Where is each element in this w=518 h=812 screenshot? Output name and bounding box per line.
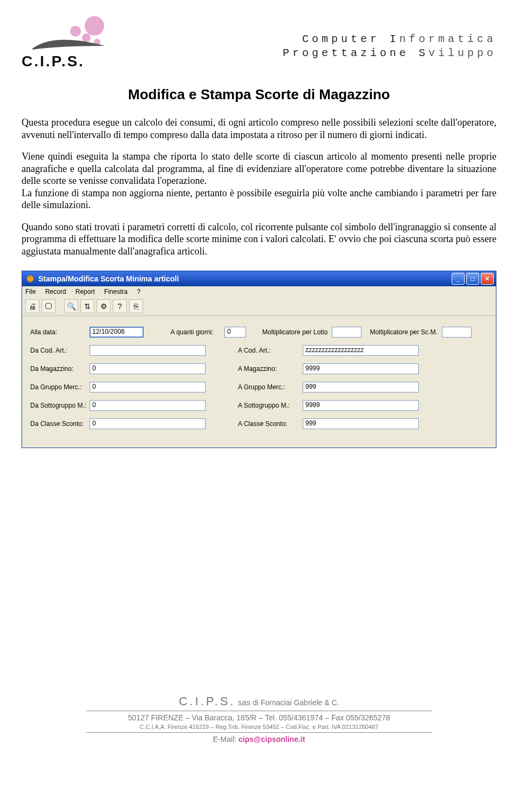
menu-finestra[interactable]: Finestra: [104, 288, 127, 295]
input-molt-lotto[interactable]: [332, 327, 362, 338]
maximize-button[interactable]: □: [466, 273, 479, 285]
input-alla-data[interactable]: 12/10/2006: [90, 327, 144, 338]
window-app-icon: [25, 274, 35, 284]
help-button[interactable]: ?: [113, 299, 127, 313]
footer-address: 50127 FIRENZE – Via Baracca, 185/R – Tel…: [0, 713, 518, 722]
svg-point-1: [70, 26, 81, 37]
menu-help[interactable]: ?: [137, 288, 141, 295]
label-a-cod-art: A Cod. Art.:: [238, 347, 303, 354]
sort-button[interactable]: ⇅: [80, 299, 94, 313]
tagline-word: I: [390, 33, 399, 45]
input-a-sottogruppo[interactable]: 9999: [303, 400, 419, 411]
gear-button[interactable]: ⚙: [97, 299, 111, 313]
svg-point-2: [82, 33, 91, 42]
close-button[interactable]: ×: [481, 273, 494, 285]
input-a-cod-art[interactable]: zzzzzzzzzzzzzzzzzz: [303, 345, 419, 356]
page-header: C.I.P.S. Computer Informatica Progettazi…: [22, 16, 496, 70]
input-a-gruppo[interactable]: 999: [303, 382, 419, 393]
paragraph: Questa procedura esegue un calcolo dei c…: [22, 116, 496, 141]
paragraph: Viene quindi eseguita la stampa che ripo…: [22, 150, 496, 187]
form-area: Alla data: 12/10/2006 A quanti giorni: 0…: [22, 316, 496, 448]
label-molt-scm: Moltiplicatore per Sc.M.: [370, 328, 437, 336]
print-button[interactable]: 🖨: [25, 299, 39, 313]
svg-point-0: [85, 16, 104, 36]
binoculars-icon: 🔍: [67, 302, 76, 311]
tagline-word: S: [419, 47, 428, 59]
company-logo: C.I.P.S.: [22, 16, 119, 70]
exit-button[interactable]: ⎘: [129, 299, 143, 313]
footer-divider: [86, 711, 432, 711]
close-icon: ×: [485, 276, 489, 282]
footer-email-label: E-Mail:: [213, 735, 238, 744]
footer-legal: C.C.I.A.A. Firenze 416229 – Reg.Trib. Fi…: [0, 723, 518, 731]
label-alla-data: Alla data:: [30, 328, 90, 336]
screen-icon: 🖵: [45, 302, 52, 311]
input-molt-scm[interactable]: [442, 327, 472, 338]
sort-icon: ⇅: [84, 302, 91, 311]
company-tagline: Computer Informatica Progettazione Svilu…: [283, 32, 496, 60]
label-da-classe: Da Classe Sconto:: [30, 420, 90, 428]
page-title: Modifica e Stampa Scorte di Magazzino: [22, 86, 496, 103]
menu-record[interactable]: Record: [45, 288, 66, 295]
label-da-sottogruppo: Da Sottogruppo M.:: [30, 402, 90, 409]
tagline-word: Computer: [302, 33, 390, 45]
input-a-quanti-giorni[interactable]: 0: [224, 327, 246, 338]
input-da-gruppo[interactable]: 0: [90, 382, 206, 393]
tagline-word: nformatica: [399, 33, 496, 45]
footer-company: C.I.P.S.: [179, 694, 236, 708]
footer-email[interactable]: cips@cipsonline.it: [238, 735, 305, 744]
label-a-magazzino: A Magazzino:: [238, 365, 303, 373]
input-a-classe[interactable]: 999: [303, 418, 419, 429]
input-da-magazzino[interactable]: 0: [90, 363, 206, 374]
footer-owner: di Fornaciai Gabriele & C.: [253, 698, 339, 707]
find-button[interactable]: 🔍: [64, 299, 78, 313]
footer-sas: sas: [235, 698, 253, 707]
tagline-word: Progettazione: [283, 47, 419, 59]
menu-report[interactable]: Report: [76, 288, 95, 295]
gear-icon: ⚙: [100, 302, 107, 311]
paragraph: La funzione di stampa non aggiorna nient…: [22, 187, 496, 211]
print-icon: 🖨: [29, 302, 36, 311]
input-a-magazzino[interactable]: 9999: [303, 363, 419, 374]
input-da-sottogruppo[interactable]: 0: [90, 400, 206, 411]
maximize-icon: □: [471, 276, 474, 282]
label-da-gruppo: Da Gruppo Merc.:: [30, 383, 90, 391]
footer-divider: [86, 732, 432, 733]
toolbar: 🖨 🖵 🔍 ⇅ ⚙ ? ⎘: [22, 297, 496, 316]
window-titlebar: Stampa/Modifica Scorta Minima articoli _…: [22, 271, 496, 286]
menu-bar: File Record Report Finestra ?: [22, 286, 496, 297]
exit-icon: ⎘: [134, 302, 138, 311]
label-molt-lotto: Moltiplicatore per Lotto: [262, 328, 328, 336]
page-footer: C.I.P.S. sas di Fornaciai Gabriele & C. …: [0, 694, 518, 744]
label-da-cod-art: Da Cod. Art.:: [30, 347, 90, 354]
label-a-classe: A Classe Sconto:: [238, 420, 303, 428]
help-icon: ?: [118, 302, 122, 311]
application-window: Stampa/Modifica Scorta Minima articoli _…: [22, 271, 496, 448]
label-da-magazzino: Da Magazzino:: [30, 365, 90, 373]
input-da-classe[interactable]: 0: [90, 418, 206, 429]
minimize-button[interactable]: _: [452, 273, 465, 285]
input-da-cod-art[interactable]: [90, 345, 206, 356]
minimize-icon: _: [456, 276, 460, 282]
label-a-sottogruppo: A Sottogruppo M.:: [238, 402, 303, 409]
window-title: Stampa/Modifica Scorta Minima articoli: [38, 274, 179, 283]
paragraph: Quando sono stati trovati i parametri co…: [22, 221, 496, 258]
preview-button[interactable]: 🖵: [42, 299, 56, 313]
tagline-word: viluppo: [428, 47, 496, 59]
label-a-quanti-giorni: A quanti giorni:: [171, 328, 224, 336]
logo-text: C.I.P.S.: [22, 53, 85, 70]
label-a-gruppo: A Gruppo Merc.:: [238, 383, 303, 391]
menu-file[interactable]: File: [25, 288, 36, 295]
